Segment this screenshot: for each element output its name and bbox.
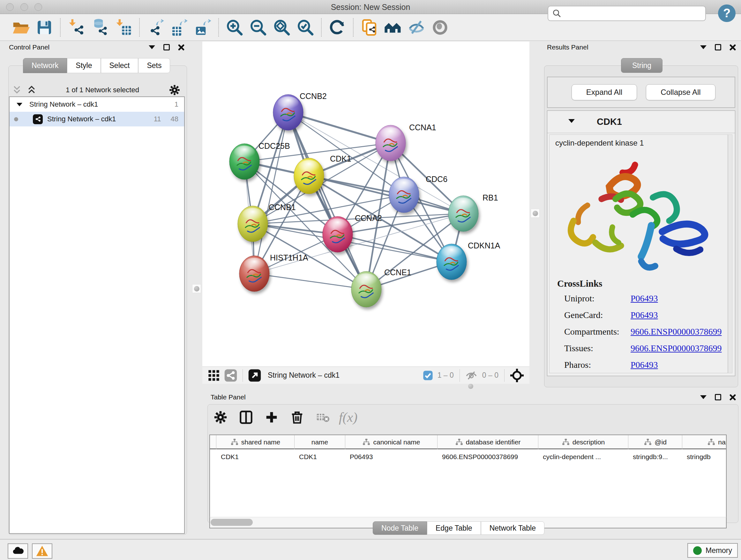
tab-string[interactable]: String [621, 58, 663, 73]
node-CCNB1[interactable] [238, 206, 268, 242]
zoom-out-icon[interactable] [248, 17, 268, 37]
network-share-icon[interactable] [224, 369, 238, 382]
zoom-selected-icon[interactable] [295, 17, 315, 37]
column-header-database-identifier[interactable]: database identifier [437, 435, 538, 449]
table-panel-close-icon[interactable] [730, 394, 736, 400]
collapse-all-icon[interactable] [12, 85, 22, 95]
crosslink-link[interactable]: P06493 [630, 310, 658, 320]
search-input[interactable] [562, 7, 705, 20]
expand-all-button[interactable]: Expand All [571, 84, 637, 100]
node-CDKN1A[interactable] [436, 244, 467, 280]
tab-network[interactable]: Network [23, 58, 67, 73]
expand-all-icon[interactable] [27, 85, 37, 95]
edge-CCNB2-CCNE1[interactable] [288, 112, 366, 289]
table-cell[interactable]: CDK1 [216, 450, 294, 464]
column-header-name[interactable]: name [294, 435, 345, 449]
table-cell[interactable]: 9606.ENSP00000378699 [437, 450, 538, 464]
show-panel-icon[interactable] [430, 17, 450, 37]
left-splitter-handle[interactable] [192, 284, 201, 293]
export-table-icon[interactable] [169, 17, 189, 37]
edge-CCNE1-HIST1H1A[interactable] [254, 273, 366, 289]
add-column-icon[interactable] [263, 409, 280, 426]
control-panel-close-icon[interactable] [178, 44, 185, 51]
right-splitter-handle[interactable] [531, 209, 540, 218]
node-CCNB2[interactable] [273, 95, 303, 130]
control-panel-menu-icon[interactable] [149, 45, 155, 49]
edge-CCNB2-CCNA1[interactable] [288, 112, 391, 143]
open-in-new-window-icon[interactable] [248, 369, 261, 382]
tab-style[interactable]: Style [67, 58, 100, 73]
column-header-shared-name[interactable]: shared name [216, 435, 294, 449]
node-table[interactable]: shared namename canonical name database … [209, 435, 727, 517]
table-cell[interactable]: stringdb:9... [628, 450, 682, 464]
refresh-icon[interactable] [327, 17, 347, 37]
table-cell[interactable]: cyclin-dependent ... [538, 450, 628, 464]
export-image-icon[interactable] [193, 17, 212, 37]
column-header-namespace[interactable]: namespace [682, 435, 727, 449]
birds-eye-view-icon[interactable] [510, 368, 524, 383]
delete-column-trash-icon[interactable] [289, 409, 306, 426]
string-import-icon[interactable] [359, 17, 379, 37]
cloud-status-button[interactable] [8, 543, 28, 559]
table-cell[interactable]: stringdb [682, 450, 727, 464]
import-database-icon[interactable] [90, 17, 110, 37]
gene-section-header[interactable]: CDK1 [547, 111, 735, 133]
crosslink-link[interactable]: P06493 [630, 294, 658, 304]
tab-network-table[interactable]: Network Table [481, 521, 544, 535]
collapse-all-button[interactable]: Collapse All [646, 84, 716, 100]
hide-panel-icon[interactable] [407, 17, 426, 37]
tab-node-table[interactable]: Node Table [373, 521, 427, 535]
network-collection-row[interactable]: String Network – cdk1 1 [10, 97, 184, 112]
column-header--id[interactable]: @id [628, 435, 682, 449]
tree-expander-icon[interactable] [17, 103, 22, 106]
selected-checkbox-icon[interactable] [423, 370, 433, 381]
help-button[interactable]: ? [718, 4, 736, 22]
node-CCNA2[interactable] [323, 216, 353, 252]
tab-sets[interactable]: Sets [138, 58, 170, 73]
table-cell[interactable]: P06493 [345, 450, 437, 464]
show-columns-icon[interactable] [238, 409, 254, 426]
results-panel-menu-icon[interactable] [700, 45, 706, 49]
control-panel-float-icon[interactable] [163, 44, 170, 51]
crosslink-link[interactable]: P06493 [630, 360, 658, 370]
warnings-button[interactable] [32, 543, 52, 559]
search-box[interactable] [548, 6, 706, 21]
results-scrollbar[interactable] [728, 134, 732, 373]
import-network-icon[interactable] [66, 17, 86, 37]
open-session-icon[interactable] [11, 17, 30, 37]
table-settings-gear-icon[interactable] [212, 409, 229, 426]
memory-button[interactable]: Memory [687, 543, 738, 558]
node-RB1[interactable] [448, 196, 478, 232]
node-CCNE1[interactable] [351, 271, 381, 307]
zoom-fit-icon[interactable] [272, 17, 292, 37]
export-network-icon[interactable] [145, 17, 165, 37]
node-CCNA1[interactable] [376, 125, 406, 161]
network-canvas[interactable]: CCNB2 CCNA1 CDC25B CDK1 CDC6 RB1 CCNB1 C… [202, 42, 529, 367]
column-header-canonical-name[interactable]: canonical name [345, 435, 437, 449]
crosslink-link[interactable]: 9606.ENSP00000378699 [630, 343, 722, 354]
tab-edge-table[interactable]: Edge Table [427, 521, 481, 535]
save-session-icon[interactable] [35, 17, 54, 37]
crosslink-link[interactable]: 9606.ENSP00000378699 [630, 327, 722, 337]
table-cell[interactable]: CDK1 [294, 450, 345, 464]
table-panel-menu-icon[interactable] [700, 395, 706, 399]
home-network-icon[interactable] [383, 17, 403, 37]
import-table-icon[interactable] [114, 17, 133, 37]
gene-collapse-icon[interactable] [568, 119, 575, 123]
gear-icon[interactable] [169, 84, 181, 96]
node-CDK1[interactable] [294, 158, 324, 194]
grid-view-icon[interactable] [207, 369, 220, 382]
table-scrollbar-thumb[interactable] [211, 519, 253, 526]
table-row[interactable]: CDK1CDK1P064939606.ENSP00000378699cyclin… [210, 450, 727, 464]
column-header-description[interactable]: description [538, 435, 628, 449]
node-CDC6[interactable] [389, 177, 419, 212]
results-panel-close-icon[interactable] [730, 44, 736, 51]
results-panel-float-icon[interactable] [715, 44, 721, 51]
network-row[interactable]: String Network – cdk1 11 48 [10, 112, 184, 126]
node-CDC25B[interactable] [229, 144, 259, 179]
table-panel-float-icon[interactable] [715, 394, 721, 400]
node-HIST1H1A[interactable] [239, 256, 269, 292]
tab-select[interactable]: Select [101, 58, 138, 73]
zoom-in-icon[interactable] [225, 17, 245, 37]
edge-CCNB2-HIST1H1A[interactable] [254, 112, 288, 273]
